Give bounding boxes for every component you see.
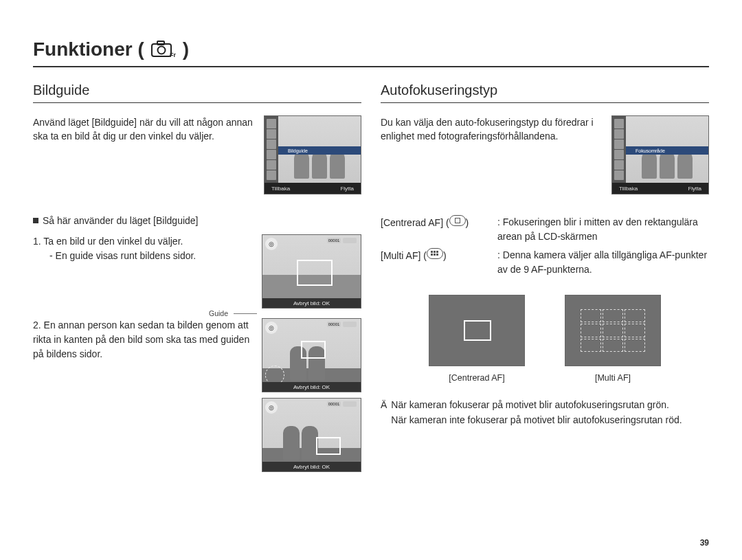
camera-bar: Avbryt bild: OK [262,462,361,471]
lcd-footer: Tillbaka Flytta [612,183,708,194]
af-example-center [429,295,525,366]
af-multi-desc: : Denna kamera väljer alla tillgängliga … [497,248,709,277]
lcd-preview-bildguide: Bildguide Tillbaka Flytta [264,115,361,194]
lcd-icon [267,160,276,170]
counter-pill: 00001 [327,238,341,243]
step-2: 2. En annan person kan sedan ta bilden g… [33,318,252,361]
battery-icon [343,238,357,243]
note-line-2: När kameran inte fokuserar på motivet bl… [391,413,682,428]
focus-box-icon [297,260,333,286]
lcd-preview-fokusomrade: Fokusområde Tillbaka Flytta [611,115,709,194]
lcd-footer: Tillbaka Flytta [265,183,361,194]
lcd-mid-label: Fokusområde [626,146,708,155]
lcd-side-icons [265,116,278,183]
focus-box-icon [301,341,326,359]
left-intro-text: Använd läget [Bildguide] när du vill att… [33,115,253,194]
af-multi-label-close: ) [443,250,447,261]
lcd-icon [614,119,624,128]
lcd-footer-right: Flytta [688,186,701,192]
af-center-icon [449,215,466,226]
lcd-side-icons [612,116,626,183]
right-section-heading: Autofokuseringstyp [381,82,709,103]
left-subhead: Så här använder du läget [Bildguide] [33,215,361,226]
af-examples: [Centrerad AF] [Multi AF] [381,295,709,383]
af-center-rect-icon [464,320,491,341]
page-number: 39 [700,538,709,548]
lcd-icon [614,139,624,149]
lcd-icon [614,170,624,180]
camera-preview-1: ◎ 00001 Avbryt bild: OK [262,234,361,309]
lcd-icon [267,119,276,128]
af-multi-grid-icon [581,309,645,352]
mode-icon: ◎ [265,322,278,334]
af-multi-label: [Multi AF] ( [381,250,427,261]
svg-text:Fn: Fn [170,52,176,58]
lcd-footer-left: Tillbaka [271,186,290,192]
svg-rect-1 [157,41,164,45]
page-title: Funktioner ( Fn ) [33,38,709,67]
camera-preview-3: ◎ 00001 Avbryt bild: OK [262,398,361,472]
guide-label: Guide [209,309,228,317]
lcd-icon [267,170,276,180]
focus-box-icon [316,437,341,455]
note-mark-icon: Ä [381,398,387,427]
svg-point-2 [157,47,165,54]
camera-bar: Avbryt bild: OK [262,298,361,308]
right-column: Autofokuseringstyp Du kan välja den auto… [381,82,709,482]
step-1-line1: 1. Ta en bild ur den vinkel du väljer. [33,234,252,249]
battery-icon [343,322,357,327]
camera-bar: Avbryt bild: OK [262,382,361,392]
counter-pill: 00001 [327,322,341,327]
left-section-heading: Bildguide [33,82,361,103]
lcd-icon [614,150,624,159]
left-column: Bildguide Använd läget [Bildguide] när d… [33,82,361,482]
page-title-close: ) [183,38,189,60]
camera-fn-icon: Fn [151,41,176,58]
lcd-icon [614,129,624,139]
af-multi-icon [427,248,443,259]
lcd-footer-left: Tillbaka [619,186,638,192]
bullet-square-icon [33,218,38,223]
lcd-icon [267,129,276,139]
af-center-desc: : Fokuseringen blir i mitten av den rekt… [497,215,709,244]
af-example-multi-caption: [Multi AF] [565,373,661,383]
lcd-icon [267,139,276,149]
guide-line [234,313,257,314]
page-title-text: Funktioner ( [33,38,144,60]
battery-icon [343,401,357,407]
af-center-label: [Centrerad AF] ( [381,217,449,228]
af-table: [Centrerad AF] () : Fokuseringen blir i … [381,215,709,277]
mode-icon: ◎ [265,401,278,414]
counter-pill: 00001 [327,401,341,407]
note-line-1: När kameran fokuserar på motivet blir au… [391,398,682,413]
lcd-footer-right: Flytta [340,186,354,192]
step-1-line2: - En guide visas runt bildens sidor. [33,249,252,263]
lcd-icon [267,150,276,159]
af-center-label-close: ) [466,217,469,228]
mode-icon: ◎ [265,238,278,250]
left-subhead-text: Så här använder du läget [Bildguide] [43,215,199,226]
lcd-mid-label: Bildguide [278,146,361,155]
lcd-icon [614,160,624,170]
af-example-center-caption: [Centrerad AF] [429,373,525,383]
af-note: Ä När kameran fokuserar på motivet blir … [381,398,709,427]
af-example-multi [565,295,661,366]
camera-preview-2: ◎ 00001 Avbryt bild: OK [262,318,361,392]
right-intro-text: Du kan välja den auto-fokuseringstyp du … [381,115,600,194]
